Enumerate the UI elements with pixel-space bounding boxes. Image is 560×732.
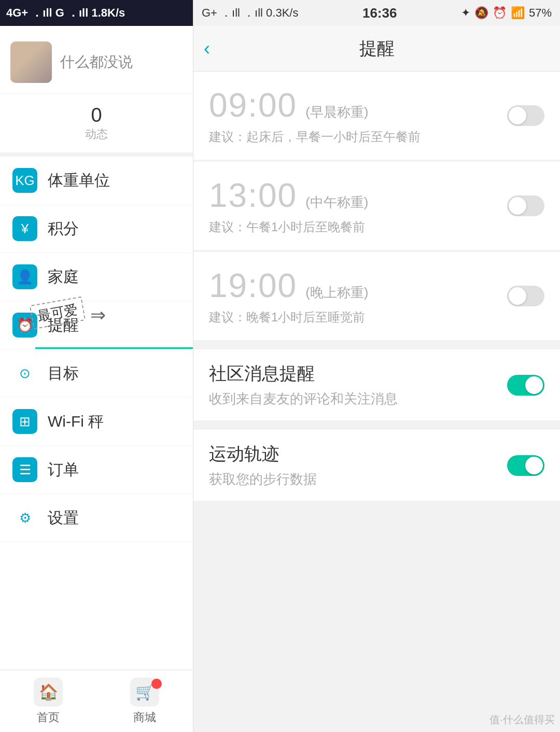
mute-icon: 🔕 (474, 6, 488, 20)
kg-icon: KG (12, 168, 37, 193)
reminder-card-2: 19:00 (晚上称重) 建议：晚餐1小时后至睡觉前 (193, 252, 560, 340)
dynamic-count: 0 (91, 104, 102, 126)
bluetooth-icon: ✦ (461, 6, 470, 20)
menu-label-settings: 设置 (48, 508, 79, 529)
right-content: 09:00 (早晨称重) 建议：起床后，早餐一小时后至午餐前 13:00 (中午… (193, 72, 560, 732)
family-icon: 👤 (12, 264, 37, 289)
status-bar-right: ✦ 🔕 ⏰ 📶 57% (461, 6, 552, 20)
watermark: 值·什么值得买 (489, 713, 555, 727)
menu-label-weight-unit: 体重单位 (48, 170, 110, 191)
reminder-info-0: 09:00 (早晨称重) 建议：起床后，早餐一小时后至午餐前 (209, 86, 497, 145)
menu-label-points: 积分 (48, 218, 79, 240)
order-icon: ☰ (12, 457, 37, 482)
bottom-nav-shop[interactable]: 🛒商城 (96, 678, 193, 725)
right-status-bar: G+ ．ıll ．ıll 0.3K/s 16:36 ✦ 🔕 ⏰ 📶 57% (193, 0, 560, 26)
yen-icon: ¥ (12, 216, 37, 241)
exercise-tracking-title: 运动轨迹 (209, 442, 317, 466)
sidebar-item-goal[interactable]: ⊙目标 (0, 349, 193, 398)
reminder-toggle-2[interactable] (507, 286, 544, 306)
left-panel: 4G+ ．ıll G ．ıll 1.8K/s 什么都没说 0 动态 KG体重单位… (0, 0, 193, 732)
reminder-toggle-1[interactable] (507, 195, 544, 216)
left-menu: KG体重单位¥积分👤家庭⏰提醒⊙目标⊞Wi-Fi 秤☰订单⚙设置 (0, 157, 193, 670)
left-status-text: 4G+ ．ıll G ．ıll 1.8K/s (6, 5, 125, 21)
dynamic-label: 动态 (85, 126, 108, 142)
battery-label: 57% (529, 6, 552, 20)
left-status-bar: 4G+ ．ıll G ．ıll 1.8K/s (0, 0, 193, 26)
menu-label-orders: 订单 (48, 459, 79, 481)
sidebar-item-orders[interactable]: ☰订单 (0, 446, 193, 494)
exercise-tracking-section: 运动轨迹 获取您的步行数据 (193, 430, 560, 501)
reminder-info-1: 13:00 (中午称重) 建议：午餐1小时后至晚餐前 (209, 176, 497, 235)
alarm-icon: ⏰ (12, 313, 37, 337)
target-icon: ⊙ (12, 361, 37, 386)
reminder-type-1: (中午称重) (305, 193, 368, 212)
dynamic-section: 0 动态 (0, 94, 193, 157)
sidebar-item-family[interactable]: 👤家庭 (0, 253, 193, 301)
reminder-toggle-0[interactable] (507, 105, 544, 126)
reminder-suggestion-2: 建议：晚餐1小时后至睡觉前 (209, 310, 365, 324)
right-panel: G+ ．ıll ．ıll 0.3K/s 16:36 ✦ 🔕 ⏰ 📶 57% ‹ … (193, 0, 560, 732)
menu-label-reminder: 提醒 (48, 315, 79, 336)
section-divider-2 (193, 421, 560, 430)
left-profile: 什么都没说 (0, 26, 193, 94)
reminder-card-0: 09:00 (早晨称重) 建议：起床后，早餐一小时后至午餐前 (193, 72, 560, 160)
avatar (10, 41, 52, 83)
home-nav-icon: 🏠 (34, 678, 63, 707)
wifi-icon: 📶 (511, 6, 525, 20)
status-bar-left: G+ ．ıll ．ıll 0.3K/s (202, 5, 298, 21)
community-notification-toggle[interactable] (507, 375, 544, 396)
section-divider-1 (193, 341, 560, 349)
reminder-time-2: 19:00 (209, 266, 297, 305)
community-notification-subtitle: 收到来自麦友的评论和关注消息 (209, 390, 398, 408)
reminder-suggestion-0: 建议：起床后，早餐一小时后至午餐前 (209, 130, 421, 144)
section-divider-3 (193, 502, 560, 554)
shop-nav-label: 商城 (133, 710, 156, 725)
reminder-card-1: 13:00 (中午称重) 建议：午餐1小时后至晚餐前 (193, 162, 560, 250)
community-notification-section: 社区消息提醒 收到来自麦友的评论和关注消息 (193, 349, 560, 420)
bottom-nav-home[interactable]: 🏠首页 (0, 678, 96, 725)
shop-badge (151, 679, 162, 689)
reminder-type-2: (晚上称重) (305, 284, 368, 302)
community-notification-info: 社区消息提醒 收到来自麦友的评论和关注消息 (209, 362, 398, 408)
reminder-info-2: 19:00 (晚上称重) 建议：晚餐1小时后至睡觉前 (209, 266, 497, 326)
wifi-icon: ⊞ (12, 409, 37, 434)
sidebar-item-weight-unit[interactable]: KG体重单位 (0, 157, 193, 205)
community-notification-title: 社区消息提醒 (209, 362, 398, 386)
exercise-tracking-toggle[interactable] (507, 455, 544, 476)
menu-label-wifi-scale: Wi-Fi 秤 (48, 411, 104, 432)
back-button[interactable]: ‹ (204, 38, 210, 60)
sidebar-item-points[interactable]: ¥积分 (0, 205, 193, 253)
reminder-type-0: (早晨称重) (305, 103, 368, 121)
reminder-time-1: 13:00 (209, 176, 297, 215)
exercise-tracking-subtitle: 获取您的步行数据 (209, 470, 317, 488)
profile-name: 什么都没说 (60, 52, 133, 72)
status-bar-time: 16:36 (362, 5, 397, 21)
settings-icon: ⚙ (12, 505, 37, 530)
home-nav-label: 首页 (37, 710, 60, 725)
sidebar-item-reminder[interactable]: ⏰提醒 (0, 301, 193, 349)
menu-label-family: 家庭 (48, 266, 79, 288)
right-header: ‹ 提醒 (193, 26, 560, 72)
exercise-tracking-info: 运动轨迹 获取您的步行数据 (209, 442, 317, 488)
reminder-suggestion-1: 建议：午餐1小时后至晚餐前 (209, 220, 365, 234)
menu-label-goal: 目标 (48, 363, 79, 384)
alarm-icon: ⏰ (493, 6, 507, 20)
sidebar-item-settings[interactable]: ⚙设置 (0, 494, 193, 542)
bottom-nav: 🏠首页🛒商城 (0, 670, 193, 732)
page-title: 提醒 (359, 37, 395, 61)
sidebar-item-wifi-scale[interactable]: ⊞Wi-Fi 秤 (0, 398, 193, 446)
reminder-time-0: 09:00 (209, 86, 297, 124)
